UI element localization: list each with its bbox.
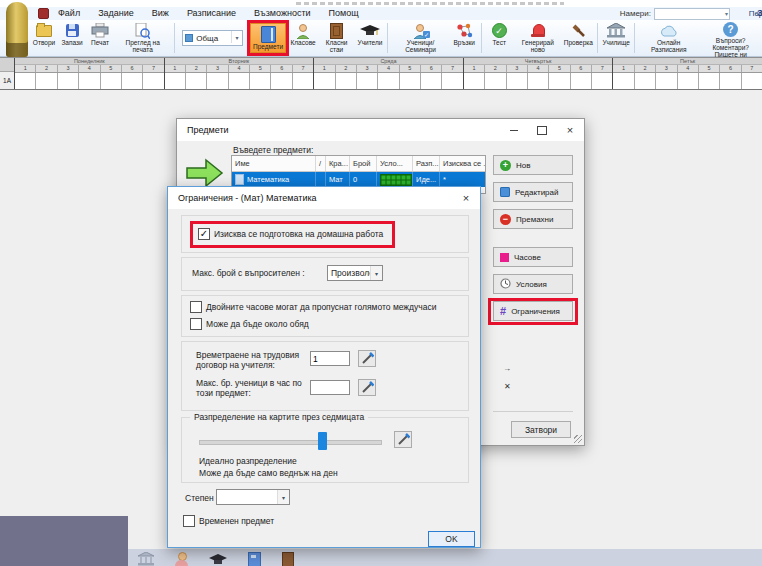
lunch-checkbox[interactable]: ✓ bbox=[190, 318, 202, 330]
max-students-wand-button[interactable] bbox=[358, 379, 376, 396]
timetable-cell[interactable] bbox=[36, 73, 57, 89]
timetable-cell[interactable] bbox=[207, 73, 228, 89]
question-dropdown[interactable]: Произволен ▾ bbox=[327, 265, 383, 281]
timetable-cell[interactable] bbox=[15, 73, 36, 89]
menu-tab-file[interactable]: Файл bbox=[49, 7, 89, 20]
timetable-cell[interactable] bbox=[549, 73, 570, 89]
timetable-cell[interactable] bbox=[186, 73, 207, 89]
print-button[interactable]: Печат bbox=[86, 20, 114, 56]
maximize-button[interactable] bbox=[528, 119, 556, 141]
timetable-cell[interactable] bbox=[656, 73, 677, 89]
timetable-cell[interactable] bbox=[336, 73, 357, 89]
students-seminars-button[interactable]: ✓ Ученици/Семинари bbox=[391, 20, 450, 56]
distribution-slider-track[interactable] bbox=[199, 440, 382, 445]
timetable-cell[interactable] bbox=[485, 73, 506, 89]
find-input[interactable]: ▾ bbox=[654, 8, 730, 20]
edit-subject-button[interactable]: Редактирай bbox=[493, 182, 573, 202]
check-button[interactable]: Проверка bbox=[563, 20, 595, 56]
distribution-line1: Идеално разпределение bbox=[199, 456, 297, 466]
timetable-cell[interactable] bbox=[507, 73, 528, 89]
close-icon[interactable]: × bbox=[556, 119, 584, 141]
column-header-count[interactable]: Брой bbox=[350, 156, 377, 171]
app-icon[interactable] bbox=[38, 8, 49, 19]
timetable-cell[interactable] bbox=[165, 73, 186, 89]
print-preview-button[interactable]: Преглед на печата bbox=[114, 20, 171, 56]
contract-duration-input[interactable] bbox=[310, 351, 350, 366]
generate-new-button[interactable]: Генерирай ново bbox=[513, 20, 562, 56]
distribution-wand-button[interactable] bbox=[394, 431, 412, 448]
timetable-cell[interactable] bbox=[293, 73, 313, 89]
column-header-distribution[interactable]: Разп... bbox=[413, 156, 440, 171]
timetable-cell[interactable] bbox=[250, 73, 271, 89]
timetable-cell[interactable] bbox=[101, 73, 122, 89]
questions-comments-button[interactable]: ? Въпроси? Коментари? Пишете ни bbox=[699, 20, 762, 56]
timetable-cell[interactable] bbox=[378, 73, 399, 89]
column-header-short[interactable]: Кра... bbox=[326, 156, 350, 171]
menu-tab-help[interactable]: Помощ bbox=[320, 7, 368, 20]
close-icon[interactable]: × bbox=[452, 187, 480, 209]
distribution-slider-thumb[interactable] bbox=[318, 432, 327, 450]
timetable-cell[interactable] bbox=[271, 73, 292, 89]
open-button[interactable]: Отвори bbox=[30, 20, 58, 56]
timetable-cell[interactable] bbox=[699, 73, 720, 89]
timetable-cell[interactable] bbox=[79, 73, 100, 89]
homework-checkbox[interactable]: ✓ bbox=[198, 228, 210, 240]
lessons-button[interactable]: Часове bbox=[493, 247, 573, 267]
school-button[interactable]: Училище bbox=[601, 20, 631, 56]
timetable-cell[interactable] bbox=[357, 73, 378, 89]
timetable-cell[interactable] bbox=[143, 73, 163, 89]
max-students-input[interactable] bbox=[310, 380, 350, 395]
day-header: Понеделник bbox=[15, 58, 164, 65]
column-header-name[interactable]: Име bbox=[232, 156, 316, 171]
timetable-cell[interactable] bbox=[592, 73, 612, 89]
teachers-button[interactable]: Учители bbox=[356, 20, 384, 56]
subjects-button[interactable]: Предмети bbox=[250, 23, 286, 53]
timetable-cell[interactable] bbox=[678, 73, 699, 89]
timetable-cell[interactable] bbox=[229, 73, 250, 89]
menu-tab-view[interactable]: Виж bbox=[143, 7, 178, 20]
timetable-cell[interactable] bbox=[571, 73, 592, 89]
grade-dropdown[interactable]: ▾ bbox=[216, 489, 290, 505]
remove-subject-button[interactable]: − Премахни bbox=[493, 209, 573, 229]
conditions-button[interactable]: Условия bbox=[493, 274, 573, 294]
menu-tab-timetable[interactable]: Разписание bbox=[178, 7, 245, 20]
save-button[interactable]: Запази bbox=[58, 20, 86, 56]
timetable-cell[interactable] bbox=[400, 73, 421, 89]
menu-tab-options[interactable]: Възможности bbox=[245, 7, 320, 20]
find-label: Намери: bbox=[620, 9, 651, 18]
timetable-cell[interactable] bbox=[58, 73, 79, 89]
close-dialog-button[interactable]: Затвори bbox=[511, 421, 571, 438]
classes-button[interactable]: Класове bbox=[289, 20, 317, 56]
double-lessons-checkbox[interactable]: ✓ bbox=[190, 301, 202, 313]
view-selector-combo[interactable]: Обща ▾ bbox=[182, 30, 243, 46]
column-header-conditions[interactable]: Усло... bbox=[377, 156, 413, 171]
timetable-cell[interactable] bbox=[635, 73, 656, 89]
online-timetables-button[interactable]: Онлайн Разписания bbox=[638, 20, 699, 56]
minimize-button[interactable] bbox=[500, 119, 528, 141]
door-icon bbox=[330, 22, 343, 39]
chevron-down-icon: ▾ bbox=[725, 9, 728, 19]
timetable-cell[interactable] bbox=[464, 73, 485, 89]
subjects-table-header[interactable]: Име / Кра... Брой Усло... Разп... Изискв… bbox=[232, 156, 485, 172]
classrooms-button[interactable]: Класни стаи bbox=[317, 20, 356, 56]
menu-tab-assignment[interactable]: Задание bbox=[89, 7, 143, 20]
constraints-button[interactable]: # Ограничения bbox=[493, 301, 573, 321]
timetable-cell[interactable] bbox=[421, 73, 442, 89]
contract-wand-button[interactable] bbox=[358, 350, 376, 367]
timetable-cell[interactable] bbox=[122, 73, 143, 89]
timetable-cell[interactable] bbox=[742, 73, 762, 89]
links-button[interactable]: Връзки bbox=[450, 20, 478, 56]
timetable-cell[interactable] bbox=[720, 73, 741, 89]
timetable-cell[interactable] bbox=[314, 73, 335, 89]
period-header: 3 bbox=[357, 65, 378, 72]
resize-grip[interactable] bbox=[574, 435, 582, 443]
new-subject-button[interactable]: + Нов bbox=[493, 155, 573, 175]
temporary-subject-checkbox[interactable]: ✓ bbox=[183, 515, 195, 527]
test-button[interactable]: ✓ Тест bbox=[485, 20, 513, 56]
timetable-cell[interactable] bbox=[528, 73, 549, 89]
timetable-cell[interactable] bbox=[442, 73, 462, 89]
table-row-selected[interactable]: Математика Мат 0 Иде... * bbox=[232, 172, 485, 187]
timetable-cell[interactable] bbox=[613, 73, 634, 89]
ok-button[interactable]: OK bbox=[428, 531, 475, 547]
column-header-homework[interactable]: Изисква се ... bbox=[440, 156, 486, 171]
